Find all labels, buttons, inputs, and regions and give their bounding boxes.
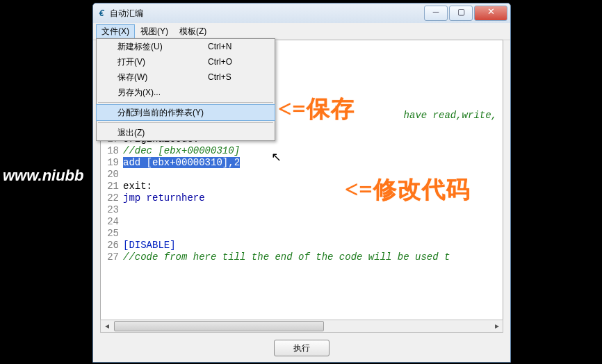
app-icon: € bbox=[96, 8, 107, 19]
watermark: www.niubb bbox=[3, 167, 84, 185]
menu-template[interactable]: 模板(Z) bbox=[174, 24, 212, 39]
execute-button[interactable]: 执行 bbox=[274, 340, 330, 356]
line-number: 20 bbox=[101, 169, 119, 180]
scroll-left-button[interactable]: ◂ bbox=[101, 321, 113, 331]
label-exit: exit: bbox=[123, 181, 152, 192]
line-number: 25 bbox=[101, 228, 119, 239]
scroll-right-button[interactable]: ▸ bbox=[491, 321, 503, 331]
line-number: 19 bbox=[101, 157, 119, 168]
menu-separator bbox=[98, 102, 273, 103]
menu-exit[interactable]: 退出(Z) bbox=[97, 125, 275, 140]
menu-new-tab[interactable]: 新建标签(U)Ctrl+N bbox=[97, 39, 275, 54]
minimize-button[interactable]: ─ bbox=[424, 6, 448, 21]
line-number: 22 bbox=[101, 192, 119, 204]
annotation-save: <=保存 bbox=[278, 93, 355, 125]
code-jmp: jmp returnhere bbox=[123, 192, 205, 204]
scroll-thumb[interactable] bbox=[114, 321, 324, 331]
code-line-15-tail: have read,write, bbox=[398, 110, 497, 121]
line-number: 27 bbox=[101, 251, 119, 263]
menu-save[interactable]: 保存(W)Ctrl+S bbox=[97, 69, 275, 85]
window-title: 自动汇编 bbox=[110, 8, 423, 19]
line-number: 18 bbox=[101, 145, 119, 156]
horizontal-scrollbar[interactable]: ◂ ▸ bbox=[100, 320, 503, 333]
menu-view[interactable]: 视图(Y) bbox=[135, 24, 174, 39]
line-number: 26 bbox=[101, 240, 119, 251]
file-menu-dropdown: 新建标签(U)Ctrl+N 打开(V)Ctrl+O 保存(W)Ctrl+S 另存… bbox=[96, 38, 275, 141]
code-comment: //code from here till the end of the cod… bbox=[123, 251, 450, 263]
titlebar[interactable]: € 自动汇编 ─ ▢ ✕ bbox=[93, 3, 510, 23]
menu-save-as[interactable]: 另存为(X)... bbox=[97, 85, 275, 100]
annotation-modify: <=修改代码 bbox=[345, 174, 471, 206]
line-number: 23 bbox=[101, 204, 119, 215]
menu-assign-to-cheat-table[interactable]: 分配到当前的作弊表(Y) bbox=[96, 104, 275, 121]
menu-open[interactable]: 打开(V)Ctrl+O bbox=[97, 54, 275, 69]
maximize-button[interactable]: ▢ bbox=[449, 6, 473, 21]
cursor-icon: ↖ bbox=[271, 149, 282, 165]
code-comment: //dec [ebx+00000310] bbox=[123, 145, 240, 156]
close-button[interactable]: ✕ bbox=[474, 6, 507, 21]
line-number: 24 bbox=[101, 216, 119, 227]
line-number: 21 bbox=[101, 181, 119, 192]
menu-file[interactable]: 文件(X) bbox=[96, 24, 135, 39]
menu-separator bbox=[98, 122, 273, 123]
code-selected: add [ebx+00000310],2 bbox=[123, 157, 240, 168]
code-disable: [DISABLE] bbox=[123, 240, 176, 251]
